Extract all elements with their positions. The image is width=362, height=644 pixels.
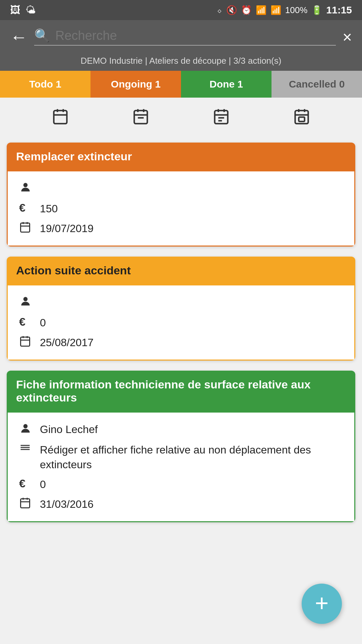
tab-ongoing[interactable]: Ongoing 1 xyxy=(90,71,181,98)
calendar-icon-1 xyxy=(52,108,69,125)
svg-rect-34 xyxy=(21,499,30,508)
battery-icon: 🔋 xyxy=(311,5,322,15)
close-button[interactable]: × xyxy=(343,28,352,46)
fab-add-button[interactable]: + xyxy=(302,584,342,624)
calendar-icon-2 xyxy=(132,108,149,125)
euro-icon-3: € xyxy=(19,477,34,490)
bluetooth-icon: ⬦ xyxy=(217,5,222,15)
card-header-3: Fiche information technicienne de surfac… xyxy=(7,371,355,412)
euro-icon-1: € xyxy=(19,201,34,214)
search-bar[interactable]: 🔍 xyxy=(34,28,336,46)
svg-point-30 xyxy=(23,424,28,428)
fab-plus-icon: + xyxy=(315,591,329,615)
svg-rect-21 xyxy=(21,223,30,232)
card-row-cost-3: € 0 xyxy=(19,477,343,492)
date-value-3: 31/03/2016 xyxy=(40,497,94,512)
card-row-assignee-1 xyxy=(19,181,343,197)
time-display: 11:15 xyxy=(326,4,352,16)
card-fiche-information[interactable]: Fiche information technicienne de surfac… xyxy=(7,371,355,522)
alarm-icon: ⏰ xyxy=(241,5,252,15)
battery-percent: 100% xyxy=(285,5,308,15)
search-icon: 🔍 xyxy=(34,28,50,43)
date-value-1: 19/07/2019 xyxy=(40,221,94,236)
card-body-1: € 150 19/07/2019 xyxy=(7,170,355,247)
calendar-date-icon-3 xyxy=(19,497,34,512)
tab-bar: Todo 1 Ongoing 1 Done 1 Cancelled 0 xyxy=(0,71,362,98)
tab-done[interactable]: Done 1 xyxy=(181,71,272,98)
card-header-1: Remplacer extincteur xyxy=(7,143,355,170)
status-bar-left: 🖼 🌤 xyxy=(10,4,36,16)
weather-icon: 🌤 xyxy=(25,4,36,16)
person-icon-2 xyxy=(19,295,34,311)
card-body-3: Gino Lechef Rédiger et afficher fiche re… xyxy=(7,412,355,522)
description-text-3: Rédiger et afficher fiche relative au no… xyxy=(40,442,343,473)
date-value-2: 25/08/2017 xyxy=(40,335,94,350)
svg-rect-0 xyxy=(54,111,67,124)
back-button[interactable]: ← xyxy=(10,27,27,47)
mute-icon: 🔇 xyxy=(226,5,237,15)
image-icon: 🖼 xyxy=(10,4,20,16)
svg-point-20 xyxy=(23,183,28,187)
signal-icon: 📶 xyxy=(256,5,266,15)
card-body-2: € 0 25/08/2017 xyxy=(7,284,355,361)
calendar-filter-row xyxy=(0,98,362,139)
calendar-filter-2[interactable] xyxy=(132,108,149,129)
card-header-2: Action suite accident xyxy=(7,257,355,284)
card-row-assignee-2 xyxy=(19,295,343,311)
calendar-icon-3 xyxy=(213,108,230,125)
svg-rect-19 xyxy=(299,117,304,121)
calendar-filter-3[interactable] xyxy=(213,108,230,129)
euro-icon-2: € xyxy=(19,315,34,328)
card-row-description-3: Rédiger et afficher fiche relative au no… xyxy=(19,442,343,473)
status-bar: 🖼 🌤 ⬦ 🔇 ⏰ 📶 📶 100% 🔋 11:15 xyxy=(0,0,362,20)
svg-point-25 xyxy=(23,297,28,301)
person-icon-1 xyxy=(19,181,34,197)
svg-rect-4 xyxy=(134,111,147,124)
card-remplacer-extincteur[interactable]: Remplacer extincteur € 150 xyxy=(7,143,355,247)
calendar-filter-4[interactable] xyxy=(293,108,310,129)
cost-value-3: 0 xyxy=(40,477,46,492)
assignee-name-3: Gino Lechef xyxy=(40,422,98,437)
calendar-filter-1[interactable] xyxy=(52,108,69,129)
tab-todo[interactable]: Todo 1 xyxy=(0,71,90,98)
calendar-date-icon-2 xyxy=(19,335,34,350)
svg-rect-26 xyxy=(21,337,30,346)
calendar-date-icon-1 xyxy=(19,221,34,236)
card-row-date-1: 19/07/2019 xyxy=(19,221,343,236)
card-row-date-2: 25/08/2017 xyxy=(19,335,343,350)
card-row-date-3: 31/03/2016 xyxy=(19,497,343,512)
cost-value-2: 0 xyxy=(40,315,46,330)
tab-cancelled[interactable]: Cancelled 0 xyxy=(272,71,362,98)
top-nav: ← 🔍 × xyxy=(0,20,362,54)
card-row-cost-2: € 0 xyxy=(19,315,343,330)
wifi-icon: 📶 xyxy=(270,5,281,15)
breadcrumb: DEMO Industrie | Ateliers de découpe | 3… xyxy=(0,54,362,71)
person-icon-3 xyxy=(19,422,34,438)
calendar-icon-4 xyxy=(293,108,310,125)
cards-container: Remplacer extincteur € 150 xyxy=(0,139,362,562)
card-action-suite-accident[interactable]: Action suite accident € 0 xyxy=(7,257,355,361)
card-row-assignee-3: Gino Lechef xyxy=(19,422,343,438)
card-row-cost-1: € 150 xyxy=(19,201,343,216)
search-input[interactable] xyxy=(55,29,336,43)
description-icon-3 xyxy=(19,442,34,458)
cost-value-1: 150 xyxy=(40,201,58,216)
status-bar-right: ⬦ 🔇 ⏰ 📶 📶 100% 🔋 11:15 xyxy=(217,4,352,16)
svg-rect-9 xyxy=(215,111,228,124)
